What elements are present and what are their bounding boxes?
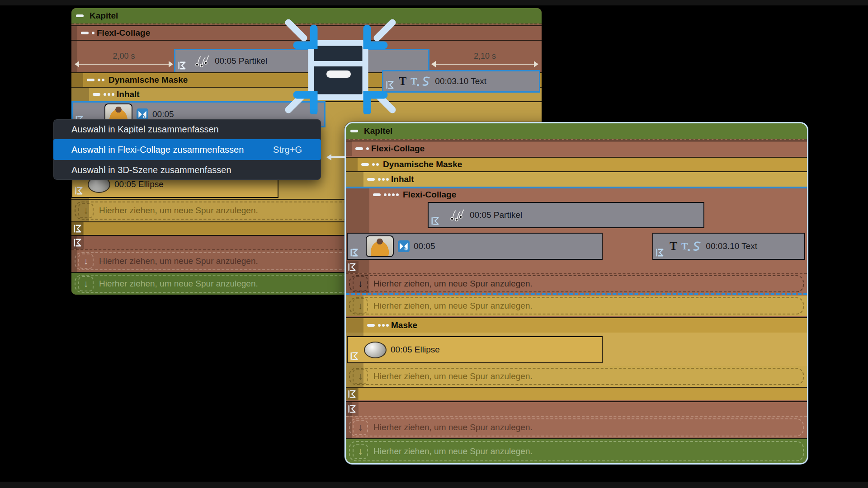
clip-label: 00:05 Ellipse	[391, 345, 440, 355]
track-label-kapitel: Kapitel	[364, 126, 392, 136]
duration-label: 2,00 s	[75, 52, 173, 61]
indent-gutter	[346, 318, 363, 333]
keyframe-track-icon[interactable]	[655, 247, 665, 258]
text-animation-icon: T	[410, 76, 417, 87]
track-label-dynamische-maske: Dynamische Maske	[383, 160, 462, 169]
collapse-dash-icon	[355, 147, 363, 150]
menu-item-label: Auswahl in Flexi-Collage zusammenfassen	[71, 145, 244, 155]
collapse-dash-icon	[76, 14, 84, 17]
track-header-dynamische-maske[interactable]: Dynamische Maske	[346, 157, 807, 171]
empty-keyframe-track[interactable]	[346, 387, 807, 400]
track-header-kapitel[interactable]: Kapitel	[346, 123, 807, 139]
particles-icon	[192, 54, 211, 68]
clip-label: 00:05 Partikel	[215, 56, 267, 66]
depth-dot-icon	[382, 324, 385, 327]
new-track-hint: Hierher ziehen, um neue Spur anzulegen.	[99, 256, 258, 266]
depth-dot-icon	[108, 93, 110, 96]
particles-icon	[447, 208, 466, 222]
keyframe-track-icon[interactable]	[349, 247, 360, 258]
depth-dot-icon	[388, 193, 391, 196]
indent-gutter	[346, 158, 358, 171]
track-label-flexi-collage-nested: Flexi-Collage	[403, 190, 456, 200]
drop-arrow-icon: ↓	[78, 253, 94, 269]
drop-arrow-icon: ↓	[353, 298, 368, 314]
clip-label: 00:05	[414, 241, 435, 251]
collapse-dash-icon	[367, 324, 375, 327]
track-header-flexi-collage-nested[interactable]: Flexi-Collage	[346, 188, 807, 201]
double-arrow-icon	[435, 64, 534, 65]
new-track-drop-row[interactable]: ↓ Hierher ziehen, um neue Spur anzulegen…	[346, 296, 807, 316]
clip-label: 00:03.10 Text	[706, 241, 757, 251]
depth-dot-icon	[396, 193, 399, 196]
keyframe-track-icon[interactable]	[71, 222, 84, 235]
depth-dot-icon	[378, 178, 381, 181]
clip-ellipse[interactable]: 00:05 Ellipse	[347, 336, 603, 363]
new-track-drop-row[interactable]: ↓ Hierher ziehen, um neue Spur anzulegen…	[346, 274, 807, 293]
new-track-drop-row[interactable]: ↓ Hierher ziehen, um neue Spur anzulegen…	[346, 438, 807, 463]
new-track-hint: Hierher ziehen, um neue Spur anzulegen.	[373, 301, 533, 311]
new-track-drop-row[interactable]: ↓ Hierher ziehen, um neue Spur anzulegen…	[346, 366, 807, 387]
collapse-dash-icon	[87, 79, 94, 81]
menu-item-label: Auswahl in 3D-Szene zusammenfassen	[71, 165, 231, 175]
indent-gutter	[346, 141, 352, 156]
track-label-maske: Maske	[391, 320, 417, 330]
empty-keyframe-track[interactable]	[346, 401, 807, 416]
flexi-collage-track-row[interactable]: 00:05 T T 00:03.10 Text	[346, 229, 807, 261]
collapse-dash-icon	[93, 93, 100, 96]
ellipse-shape-icon	[364, 342, 387, 358]
text-object-icon: T	[670, 239, 677, 253]
collapse-button[interactable]	[350, 123, 359, 139]
timeline-panel-result: Kapitel Flexi-Collage Dynamische Maske	[344, 122, 808, 465]
clip-text[interactable]: T T 00:03.10 Text	[652, 233, 805, 260]
duration-label: 2,10 s	[432, 52, 538, 61]
drop-arrow-icon: ↓	[353, 369, 368, 384]
indent-gutter	[71, 26, 77, 40]
drop-arrow-icon: ↓	[353, 420, 368, 435]
collapse-button[interactable]	[76, 8, 85, 23]
keyframe-track-icon[interactable]	[430, 216, 441, 226]
clip-partikel[interactable]: 00:05 Partikel	[428, 202, 704, 228]
new-track-hint: Hierher ziehen, um neue Spur anzulegen.	[99, 279, 258, 289]
keyframe-track-icon[interactable]	[177, 60, 188, 71]
indent-gutter	[71, 88, 89, 101]
depth-dot-icon	[102, 79, 104, 81]
new-track-drop-row[interactable]: ↓ Hierher ziehen, um neue Spur anzulegen…	[346, 417, 807, 438]
track-label-inhalt: Inhalt	[117, 89, 140, 99]
clip-image[interactable]: 00:05	[347, 233, 603, 260]
clip-label: 00:03.10 Text	[435, 76, 486, 86]
indent-gutter	[346, 172, 363, 187]
depth-dot-icon	[92, 32, 94, 34]
collapse-dash-icon	[350, 130, 358, 132]
menu-item-merge-kapitel[interactable]: Auswahl in Kapitel zusammenfassen	[53, 119, 321, 139]
keyframe-track-icon[interactable]	[349, 351, 360, 361]
keyframe-track-icon[interactable]	[71, 236, 84, 249]
depth-dot-icon	[372, 163, 375, 166]
track-label-flexi-collage: Flexi-Collage	[371, 144, 425, 154]
screenshot-canvas: Kapitel Flexi-Collage 2,00 s	[0, 0, 868, 488]
left-arrow-icon	[327, 154, 345, 160]
clip-text[interactable]: T T 00:03.10 Text	[382, 70, 540, 93]
new-track-hint: Hierher ziehen, um neue Spur anzulegen.	[99, 206, 258, 216]
new-track-hint: Hierher ziehen, um neue Spur anzulegen.	[373, 446, 533, 456]
keyframe-track-icon[interactable]	[346, 402, 359, 416]
maske-track-row[interactable]: 00:05 Ellipse	[346, 333, 807, 366]
depth-dot-icon	[104, 93, 106, 96]
drop-arrow-icon: ↓	[78, 276, 94, 291]
image-crop-icon	[398, 240, 410, 252]
keyframe-track-icon[interactable]	[74, 185, 85, 196]
menu-item-merge-3d-szene[interactable]: Auswahl in 3D-Szene zusammenfassen	[53, 160, 321, 180]
empty-keyframe-track[interactable]	[346, 261, 807, 273]
menu-item-merge-flexi-collage[interactable]: Auswahl in Flexi-Collage zusammenfassen …	[53, 139, 321, 160]
drop-arrow-icon: ↓	[78, 203, 94, 218]
track-header-flexi-collage[interactable]: Flexi-Collage	[346, 141, 807, 156]
flexi-collage-track-row[interactable]: 00:05 Partikel	[346, 201, 807, 229]
collapse-dash-icon	[367, 178, 375, 181]
keyframe-track-icon[interactable]	[346, 261, 359, 273]
track-header-inhalt[interactable]: Inhalt	[346, 171, 807, 187]
clip-label: 00:05 Partikel	[470, 210, 522, 220]
divider	[346, 139, 807, 140]
keyframe-track-icon[interactable]	[346, 388, 359, 400]
depth-dot-icon	[98, 79, 100, 81]
image-thumbnail	[366, 235, 394, 257]
track-header-maske[interactable]: Maske	[346, 317, 807, 333]
